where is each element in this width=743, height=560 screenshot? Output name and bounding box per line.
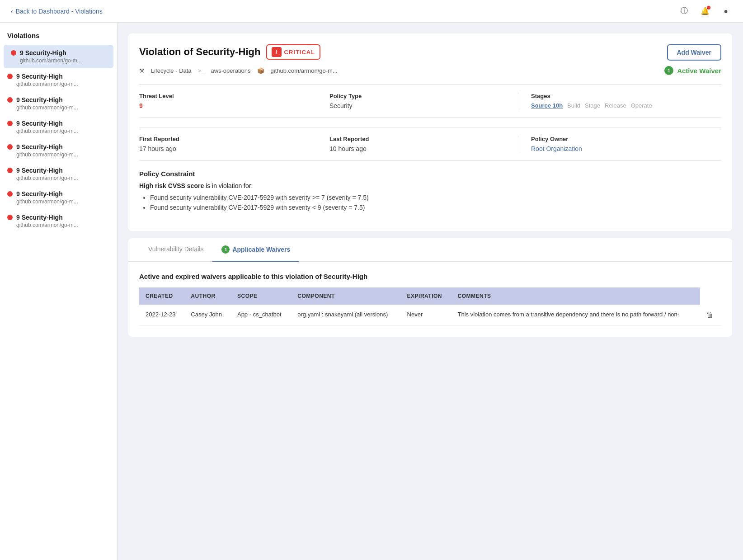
policy-owner-col: Policy Owner Root Organization — [520, 136, 721, 152]
last-reported-col: Last Reported 10 hours ago — [329, 136, 520, 152]
waivers-section-title: Active and expired waivers applicable to… — [139, 273, 721, 280]
nav-icons: ⓘ 🔔 ● — [678, 5, 732, 18]
stages-label: Stages — [531, 93, 710, 99]
tab-applicable-waivers-label: Applicable Waivers — [232, 246, 290, 253]
tabs-content: Active and expired waivers applicable to… — [128, 262, 732, 337]
sidebar-item-1[interactable]: 9 Security-High github.com/armon/go-m... — [0, 68, 117, 92]
table-cell-0-0: 2022-12-23 — [139, 305, 184, 326]
breadcrumb-pipeline: aws-operations — [211, 67, 250, 74]
sidebar-item-name-7: 9 Security-High — [7, 214, 110, 221]
breadcrumb: ⚒ Lifecycle - Data >_ aws-operations 📦 g… — [139, 67, 338, 74]
critical-label: CRITICAL — [284, 49, 315, 56]
sidebar-item-name-1: 9 Security-High — [7, 73, 110, 80]
layout: Violations 9 Security-High github.com/ar… — [0, 23, 743, 560]
table-row: 2022-12-23Casey JohnApp - cs_chatbotorg.… — [139, 305, 721, 326]
package-icon: 📦 — [257, 67, 264, 74]
stage-item-0[interactable]: Source 10h — [531, 102, 563, 109]
sidebar-item-name-5: 9 Security-High — [7, 167, 110, 174]
sidebar-item-3[interactable]: 9 Security-High github.com/armon/go-m... — [0, 115, 117, 139]
lifecycle-icon: ⚒ — [139, 67, 145, 74]
table-col-component: COMPONENT — [291, 287, 400, 305]
tab-applicable-waivers[interactable]: 1 Applicable Waivers — [212, 238, 299, 262]
red-dot-5 — [7, 168, 13, 173]
last-reported-label: Last Reported — [329, 136, 509, 142]
table-col-created: CREATED — [139, 287, 184, 305]
question-mark: ⓘ — [681, 6, 688, 16]
violation-title-area: Violation of Security-High ! CRITICAL — [139, 44, 320, 60]
sidebar-item-name-3: 9 Security-High — [7, 120, 110, 127]
waivers-table: CREATEDAUTHORSCOPECOMPONENTEXPIRATIONCOM… — [139, 287, 721, 326]
tab-badge: 1 — [221, 245, 230, 254]
policy-type-value: Security — [329, 102, 509, 109]
sidebar-item-0[interactable]: 9 Security-High github.com/armon/go-m... — [4, 45, 113, 68]
sidebar-item-5[interactable]: 9 Security-High github.com/armon/go-m... — [0, 162, 117, 186]
violation-item-0: Found security vulnerability CVE-2017-59… — [150, 194, 721, 201]
first-reported-value: 17 hours ago — [139, 145, 319, 152]
back-link-label: Back to Dashboard - Violations — [16, 8, 103, 15]
add-waiver-button[interactable]: Add Waiver — [667, 44, 722, 61]
stages-col: Stages Source 10hBuildStageReleaseOperat… — [520, 93, 721, 109]
stage-item-1: Build — [567, 102, 580, 109]
critical-badge: ! CRITICAL — [266, 44, 321, 60]
table-cell-0-4: Never — [401, 305, 451, 326]
red-dot-2 — [7, 97, 13, 103]
sidebar-item-url-5: github.com/armon/go-m... — [7, 175, 110, 181]
active-waiver-label: Active Waiver — [677, 67, 721, 75]
breadcrumb-row: ⚒ Lifecycle - Data >_ aws-operations 📦 g… — [139, 66, 721, 75]
stage-item-2: Stage — [585, 102, 600, 109]
table-col-expiration: EXPIRATION — [401, 287, 451, 305]
policy-owner-link[interactable]: Root Organization — [531, 145, 582, 152]
first-reported-label: First Reported — [139, 136, 319, 142]
policy-type-col: Policy Type Security — [329, 93, 520, 109]
active-waiver-count: 1 — [664, 66, 673, 75]
red-dot-0 — [11, 50, 16, 56]
table-col-comments: COMMENTS — [451, 287, 701, 305]
violation-title: Violation of Security-High — [139, 46, 261, 58]
policy-owner-value: Root Organization — [531, 145, 710, 152]
policy-owner-label: Policy Owner — [531, 136, 710, 142]
red-dot-7 — [7, 215, 13, 220]
sidebar-item-name-0: 9 Security-High — [11, 49, 106, 56]
table-cell-delete-0: 🗑 — [700, 305, 721, 326]
delete-waiver-button[interactable]: 🗑 — [706, 311, 714, 319]
help-icon[interactable]: ⓘ — [678, 5, 691, 18]
sidebar-item-4[interactable]: 9 Security-High github.com/armon/go-m... — [0, 139, 117, 162]
violation-list: Found security vulnerability CVE-2017-59… — [139, 194, 721, 211]
sidebar-item-2[interactable]: 9 Security-High github.com/armon/go-m... — [0, 92, 117, 115]
tab-vulnerability-details[interactable]: Vulnerability Details — [139, 238, 212, 262]
threat-level-col: Threat Level 9 — [139, 93, 329, 109]
table-cell-0-3: org.yaml : snakeyaml (all versions) — [291, 305, 400, 326]
policy-constraint-heading: Policy Constraint — [139, 170, 721, 178]
stage-item-4: Operate — [631, 102, 652, 109]
sidebar-item-url-4: github.com/armon/go-m... — [7, 151, 110, 158]
red-dot-6 — [7, 191, 13, 197]
critical-icon: ! — [272, 47, 282, 57]
sidebar-item-url-3: github.com/armon/go-m... — [7, 128, 110, 134]
violation-header: Violation of Security-High ! CRITICAL Ad… — [139, 44, 721, 61]
policy-constraint-description: High risk CVSS score is in violation for… — [139, 182, 721, 189]
violation-item-1: Found security vulnerability CVE-2017-59… — [150, 204, 721, 211]
threat-level-value: 9 — [139, 102, 319, 109]
sidebar-item-name-4: 9 Security-High — [7, 143, 110, 151]
sidebar-item-url-0: github.com/armon/go-m... — [11, 57, 106, 64]
top-nav: ‹ Back to Dashboard - Violations ⓘ 🔔 ● — [0, 0, 743, 23]
last-reported-value: 10 hours ago — [329, 145, 509, 152]
breadcrumb-repo: github.com/armon/go-m... — [271, 67, 338, 74]
threat-level-label: Threat Level — [139, 93, 319, 99]
notification-icon[interactable]: 🔔 — [699, 5, 711, 18]
user-icon[interactable]: ● — [719, 5, 732, 18]
sidebar-item-6[interactable]: 9 Security-High github.com/armon/go-m... — [0, 186, 117, 209]
back-link[interactable]: ‹ Back to Dashboard - Violations — [11, 8, 103, 15]
first-reported-col: First Reported 17 hours ago — [139, 136, 329, 152]
breadcrumb-lifecycle: Lifecycle - Data — [151, 67, 192, 74]
main-content: Violation of Security-High ! CRITICAL Ad… — [118, 23, 743, 560]
sidebar-item-7[interactable]: 9 Security-High github.com/armon/go-m... — [0, 209, 117, 233]
table-col-scope: SCOPE — [231, 287, 291, 305]
sidebar-item-name-2: 9 Security-High — [7, 96, 110, 104]
sidebar-item-url-6: github.com/armon/go-m... — [7, 198, 110, 205]
info-grid: Threat Level 9 Policy Type Security Stag… — [139, 84, 721, 118]
tabs-header: Vulnerability Details 1 Applicable Waive… — [128, 238, 732, 262]
red-dot-1 — [7, 74, 13, 79]
breadcrumb-sep1: >_ — [198, 67, 205, 74]
notification-dot — [707, 6, 710, 9]
